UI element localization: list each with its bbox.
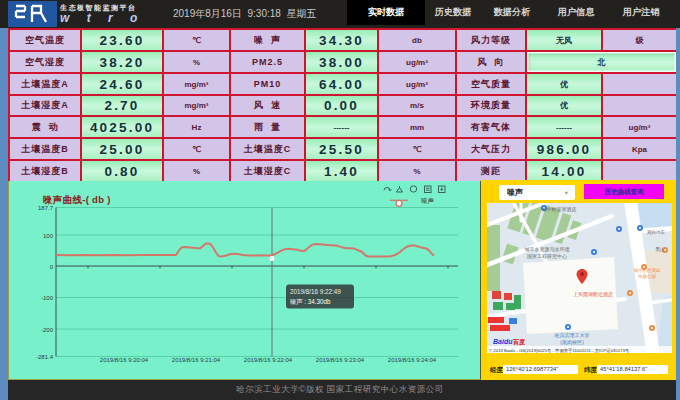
svg-text:187.7: 187.7 [38, 205, 54, 211]
svg-text:(南岗校区): (南岗校区) [560, 339, 584, 346]
svg-text:100: 100 [43, 233, 54, 239]
svg-text:0: 0 [50, 264, 54, 270]
svg-text:福宁小区周边: 福宁小区周边 [634, 267, 662, 273]
svg-text:2019/8/16 9:23:04: 2019/8/16 9:23:04 [316, 357, 365, 363]
svg-text:噪声曲线-( db ): 噪声曲线-( db ) [43, 194, 111, 205]
svg-text:哈尔滨理工大学: 哈尔滨理工大学 [555, 332, 590, 339]
svg-text:黑山: 黑山 [656, 247, 665, 252]
svg-text:© 2019 Baidu - GS(2019)6025号 -: © 2019 Baidu - GS(2019)6025号 - 甲测资字11002… [489, 348, 630, 354]
svg-text:国家工程研究中心: 国家工程研究中心 [527, 253, 567, 260]
svg-text:城中村宜家酒店: 城中村宜家酒店 [541, 206, 577, 213]
svg-text:噪声 : 34.30db: 噪声 : 34.30db [290, 298, 331, 305]
svg-text:2019/8/16 9:22:04: 2019/8/16 9:22:04 [244, 357, 293, 363]
svg-text:周科汽车: 周科汽车 [647, 230, 666, 235]
svg-text:-281.4: -281.4 [36, 354, 54, 360]
svg-text:2019/8/16 9:21:04: 2019/8/16 9:21:04 [172, 357, 221, 363]
svg-text:百度: 百度 [512, 338, 525, 346]
svg-text:市政公园: 市政公园 [638, 273, 656, 279]
svg-text:-200: -200 [41, 327, 54, 333]
svg-text:-100: -100 [41, 295, 54, 301]
svg-text:2019/8/16 9:24:04: 2019/8/16 9:24:04 [388, 357, 437, 363]
svg-text:城市水资源与水环境: 城市水资源与水环境 [524, 246, 570, 253]
svg-text:Baidu: Baidu [493, 338, 513, 345]
svg-text:2019/8/16 9:22:49: 2019/8/16 9:22:49 [290, 288, 341, 295]
svg-text:上实圆湖附近酒店: 上实圆湖附近酒店 [573, 291, 613, 298]
svg-text:2019/8/16 9:20:04: 2019/8/16 9:20:04 [100, 357, 149, 363]
svg-text:噪声: 噪声 [421, 197, 435, 204]
